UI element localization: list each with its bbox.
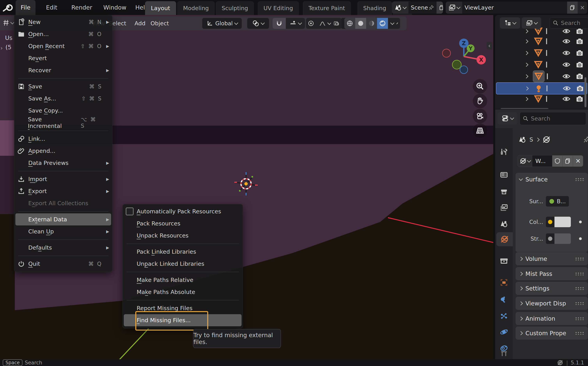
menu-item-new[interactable]: New⌘ N▶ [14, 16, 112, 28]
viewlayer-copy-icon[interactable] [567, 1, 578, 14]
menu-item-open-recent[interactable]: Open Recent⇧ ⌘ O▶ [14, 40, 112, 52]
hide-in-viewport-eye-icon[interactable] [562, 61, 571, 69]
viewport-menu-object[interactable]: Object [151, 16, 169, 30]
expand-chevron-icon[interactable] [524, 62, 528, 67]
pin-icon[interactable] [428, 5, 434, 10]
viewlayer-unlink-icon[interactable]: ✕ [578, 1, 587, 14]
properties-tab-modifiers[interactable] [495, 292, 513, 306]
hide-in-viewport-eye-icon[interactable] [562, 37, 571, 45]
fake-user-shield-button[interactable] [552, 155, 563, 167]
menu-item-external-data[interactable]: External Data▶ [16, 213, 111, 225]
shading-solid[interactable] [355, 18, 366, 29]
snap-toggle[interactable] [273, 18, 286, 29]
properties-tab-object[interactable] [495, 275, 513, 290]
menu-item-revert[interactable]: Revert [14, 52, 112, 64]
keyframe-dot[interactable] [579, 237, 582, 240]
menubar-render[interactable]: Render [66, 0, 97, 15]
sidebar-expand-left-icon[interactable]: › [0, 45, 3, 51]
drag-handle-icon[interactable] [575, 257, 584, 260]
shading-material-preview[interactable] [366, 18, 377, 29]
workspace-tab-texture-paint[interactable]: Texture Paint [303, 1, 351, 15]
pivot-point-dropdown[interactable] [247, 18, 269, 29]
datablock-unlink-button[interactable]: ✕ [573, 155, 583, 167]
shading-dropdown[interactable] [388, 18, 397, 29]
outliner-filter-dropdown[interactable] [522, 17, 541, 29]
menu-item-pack-resources[interactable]: Pack Resources [123, 217, 243, 229]
menu-item-pack-linked-libraries[interactable]: Pack Linked Libraries [123, 246, 243, 258]
workspace-tab-sculpting[interactable]: Sculpting [216, 1, 254, 15]
disable-in-render-camera-icon[interactable] [576, 72, 584, 80]
properties-tab-output[interactable] [495, 184, 513, 198]
color-swatch[interactable] [555, 217, 571, 227]
properties-search-input[interactable]: Search [520, 112, 586, 125]
disable-in-render-camera-icon[interactable] [576, 95, 584, 103]
properties-tab-view-layer[interactable] [495, 200, 513, 214]
section-volume[interactable]: Volume [516, 252, 588, 265]
properties-tab-world[interactable] [496, 232, 513, 246]
outliner-row-light-5[interactable] [496, 82, 587, 94]
menu-item-recover[interactable]: Recover▶ [14, 64, 112, 76]
properties-tab-tool[interactable] [495, 145, 513, 159]
menubar-file[interactable]: File [16, 0, 35, 15]
strength-slider[interactable] [555, 233, 571, 244]
blender-logo-icon[interactable] [3, 3, 14, 12]
disable-in-render-camera-icon[interactable] [576, 49, 584, 57]
menu-item-make-paths-relative[interactable]: Make Paths Relative [123, 274, 243, 286]
disable-in-render-camera-icon[interactable] [576, 61, 584, 69]
scene-icon[interactable] [392, 1, 408, 14]
menu-item-save[interactable]: Save⌘ S [14, 80, 112, 92]
keyframe-dot[interactable] [579, 221, 582, 223]
expand-chevron-icon[interactable] [524, 51, 528, 55]
hide-in-viewport-eye-icon[interactable] [562, 49, 571, 57]
hide-in-viewport-eye-icon[interactable] [562, 95, 571, 103]
outliner-row-mesh-4[interactable] [496, 71, 587, 82]
properties-editor-type-dropdown[interactable] [498, 112, 517, 125]
properties-tab-data[interactable] [495, 347, 513, 359]
menu-item-open[interactable]: Open...⌘ O [14, 28, 112, 40]
section-mist-pass[interactable]: Mist Pass [516, 267, 588, 280]
drag-handle-icon[interactable] [575, 272, 584, 275]
outliner-row-mesh-1[interactable] [496, 36, 587, 47]
toggle-xray-button[interactable] [331, 18, 342, 29]
surface-shader-button[interactable]: B... [546, 196, 569, 206]
properties-tab-collection[interactable] [495, 254, 513, 268]
menu-item-save-as[interactable]: Save As...⇧ ⌘ S [14, 92, 112, 105]
viewlayer-icon[interactable] [446, 1, 462, 14]
section-custom-prope[interactable]: Custom Prope [516, 327, 588, 340]
properties-tab-particles[interactable] [495, 309, 513, 323]
workspace-tab-shading[interactable]: Shading [357, 1, 392, 15]
snap-settings-dropdown[interactable] [286, 18, 305, 29]
workspace-tab-layout[interactable]: Layout [145, 1, 176, 15]
checkbox-unchecked-icon[interactable] [126, 207, 134, 215]
menu-item-import[interactable]: Import▶ [14, 173, 112, 185]
shading-rendered[interactable] [377, 18, 388, 29]
surface-panel-header[interactable]: Surface [516, 173, 588, 185]
workspace-tab-uv-editing[interactable]: UV Editing [258, 1, 299, 15]
hide-in-viewport-eye-icon[interactable] [563, 84, 571, 92]
outliner-row-mesh-6[interactable] [496, 93, 587, 105]
scene-copy-icon[interactable] [437, 1, 443, 14]
expand-chevron-icon[interactable] [524, 74, 528, 78]
outliner-search-input[interactable]: Search [550, 17, 588, 29]
menu-item-link[interactable]: Link... [14, 133, 112, 145]
scene-name[interactable]: Scene [411, 4, 428, 11]
expand-chevron-icon[interactable] [524, 97, 528, 101]
outliner-horizontal-scrollbar[interactable] [501, 108, 548, 109]
shading-wireframe[interactable] [344, 18, 355, 29]
outliner-display-mode-dropdown[interactable] [500, 17, 520, 29]
section-animation[interactable]: Animation [516, 312, 588, 325]
zoom-button[interactable] [473, 79, 487, 93]
grid-ortho-button[interactable] [473, 123, 487, 138]
menu-item-automatically-pack-resources[interactable]: Automatically Pack Resources [123, 205, 243, 217]
viewlayer-name[interactable]: ViewLayer [465, 4, 494, 11]
drag-handle-icon[interactable] [575, 317, 584, 320]
section-settings[interactable]: Settings [516, 282, 588, 295]
drag-handle-icon[interactable] [575, 178, 584, 181]
disable-in-render-camera-icon[interactable] [576, 84, 584, 92]
world-name-field[interactable]: W... [532, 155, 552, 167]
expand-chevron-icon[interactable] [524, 29, 528, 33]
color-socket-button[interactable] [546, 217, 555, 227]
properties-tab-physics[interactable] [495, 325, 513, 339]
scene-selector[interactable]: Scene ✕ [392, 1, 443, 14]
workspace-tab-modeling[interactable]: Modeling [177, 1, 215, 15]
